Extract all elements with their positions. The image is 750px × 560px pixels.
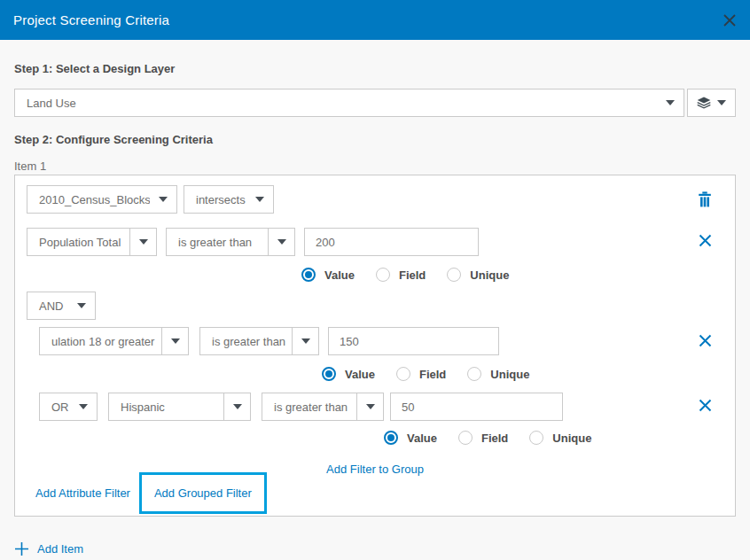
radio-value-label: Value: [324, 268, 355, 282]
mode-radio-group-3: Value Field Unique: [384, 431, 723, 445]
chevron-down-icon: [161, 328, 188, 354]
dialog-header: Project Screening Criteria: [0, 0, 750, 40]
design-layer-select[interactable]: Land Use: [14, 89, 684, 117]
radio-field[interactable]: Field: [376, 268, 426, 282]
field-dropdown-value: Hispanic: [109, 401, 223, 414]
field-dropdown[interactable]: Population Total: [27, 228, 157, 256]
remove-x-icon: [699, 399, 712, 412]
chevron-down-icon: [268, 229, 294, 255]
chevron-down-icon: [657, 89, 684, 116]
radio-unselected-icon: [376, 268, 390, 282]
or-connector-dropdown[interactable]: OR: [39, 393, 98, 421]
radio-field[interactable]: Field: [458, 431, 508, 445]
radio-unique-label: Unique: [552, 432, 591, 445]
radio-selected-icon: [322, 367, 336, 381]
add-item-label: Add Item: [37, 542, 83, 556]
layers-icon: [697, 97, 711, 110]
close-icon: [723, 13, 737, 27]
design-layer-value: Land Use: [15, 97, 657, 110]
add-item-button[interactable]: Add Item: [14, 541, 736, 556]
filter-links-row: Add Attribute Filter Add Grouped Filter: [27, 472, 723, 514]
chevron-down-icon: [70, 393, 97, 420]
radio-selected-icon: [384, 431, 398, 445]
field-dropdown[interactable]: ulation 18 or greater: [39, 327, 189, 355]
radio-unique-label: Unique: [490, 368, 529, 381]
field-dropdown-value: Population Total: [27, 236, 129, 249]
plus-icon: [14, 541, 29, 556]
or-connector-value: OR: [40, 401, 70, 414]
attribute-filter-row-2: ulation 18 or greater is greater than: [39, 327, 723, 355]
layer-dropdown-value: 2010_Census_Blocks: [27, 193, 150, 206]
radio-unselected-icon: [447, 268, 461, 282]
chevron-down-icon: [129, 229, 156, 255]
radio-unique-label: Unique: [470, 268, 509, 282]
radio-unique[interactable]: Unique: [447, 268, 509, 282]
grouped-filters: ulation 18 or greater is greater than Va…: [39, 327, 723, 445]
design-layer-row: Land Use: [14, 89, 736, 117]
chevron-down-icon: [68, 292, 95, 319]
item-panel: 2010_Census_Blocks intersects Population…: [14, 175, 736, 517]
add-filter-to-group-link[interactable]: Add Filter to Group: [326, 463, 424, 476]
radio-value[interactable]: Value: [384, 431, 437, 445]
filter-value-input[interactable]: [304, 228, 479, 256]
and-connector-value: AND: [27, 299, 68, 313]
add-grouped-filter-focus-ring: Add Grouped Filter: [139, 472, 267, 514]
group-connector-row: AND: [27, 292, 723, 320]
mode-radio-group-1: Value Field Unique: [301, 268, 723, 282]
radio-unique[interactable]: Unique: [467, 367, 529, 381]
radio-unselected-icon: [396, 367, 410, 381]
dialog-body: Step 1: Select a Design Layer Land Use S…: [0, 62, 750, 556]
operator-dropdown-value: is greater than: [167, 236, 268, 249]
field-dropdown-value: ulation 18 or greater: [40, 335, 161, 348]
dialog-title: Project Screening Criteria: [13, 12, 169, 27]
and-connector-dropdown[interactable]: AND: [27, 292, 96, 320]
step2-label: Step 2: Configure Screening Criteria: [14, 133, 736, 146]
layer-dropdown[interactable]: 2010_Census_Blocks: [27, 185, 177, 214]
radio-unselected-icon: [458, 431, 473, 445]
remove-x-icon: [699, 334, 712, 347]
chevron-down-icon: [223, 393, 250, 420]
radio-field-label: Field: [481, 432, 508, 445]
chevron-down-icon: [356, 393, 383, 420]
radio-field[interactable]: Field: [396, 367, 446, 381]
filter-value-input[interactable]: [390, 393, 563, 421]
radio-value[interactable]: Value: [322, 367, 375, 381]
field-dropdown[interactable]: Hispanic: [108, 393, 251, 421]
operator-dropdown[interactable]: is greater than: [166, 228, 295, 256]
radio-selected-icon: [301, 268, 316, 282]
remove-filter-2-button[interactable]: [699, 334, 712, 347]
mode-radio-group-2: Value Field Unique: [322, 367, 723, 381]
close-button[interactable]: [723, 13, 737, 27]
add-attribute-filter-link[interactable]: Add Attribute Filter: [35, 486, 130, 500]
radio-field-label: Field: [399, 268, 426, 282]
radio-unique[interactable]: Unique: [529, 431, 591, 445]
radio-value[interactable]: Value: [301, 268, 355, 282]
item-title: Item 1: [14, 159, 736, 173]
chevron-down-icon: [292, 328, 318, 354]
layer-options-button[interactable]: [687, 89, 736, 117]
add-grouped-filter-link[interactable]: Add Grouped Filter: [154, 486, 252, 500]
remove-filter-3-button[interactable]: [699, 399, 712, 412]
radio-field-label: Field: [419, 368, 446, 381]
filter-value-input[interactable]: [328, 327, 499, 355]
remove-x-icon: [699, 234, 712, 247]
attribute-filter-row-1: Population Total is greater than: [27, 228, 723, 256]
spatial-relation-value: intersects: [184, 193, 246, 206]
remove-filter-1-button[interactable]: [699, 234, 712, 247]
chevron-down-icon: [717, 100, 726, 105]
radio-value-label: Value: [345, 368, 375, 381]
chevron-down-icon: [246, 186, 273, 213]
delete-item-button[interactable]: [698, 191, 712, 207]
attribute-filter-row-3: OR Hispanic is greater than: [39, 393, 723, 421]
operator-dropdown-value: is greater than: [262, 401, 356, 414]
step1-label: Step 1: Select a Design Layer: [14, 62, 736, 75]
radio-unselected-icon: [529, 431, 543, 445]
trash-icon: [698, 191, 712, 207]
operator-dropdown[interactable]: is greater than: [262, 393, 384, 421]
operator-dropdown[interactable]: is greater than: [199, 327, 319, 355]
project-screening-criteria-dialog: Project Screening Criteria Step 1: Selec…: [0, 0, 750, 560]
radio-value-label: Value: [407, 432, 437, 445]
radio-unselected-icon: [467, 367, 481, 381]
chevron-down-icon: [150, 186, 176, 213]
spatial-relation-dropdown[interactable]: intersects: [184, 185, 274, 214]
